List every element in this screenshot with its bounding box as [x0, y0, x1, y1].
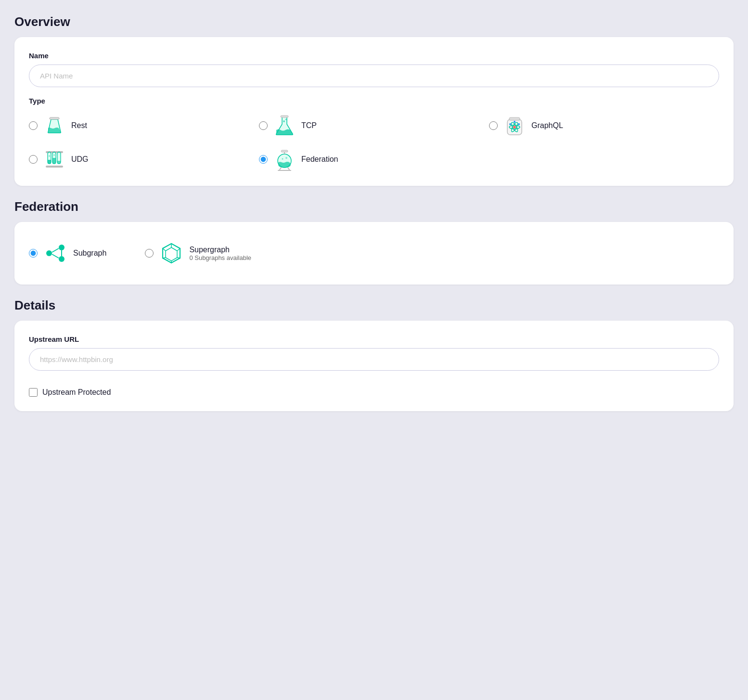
svg-line-40 — [163, 258, 166, 258]
overview-title: Overview — [14, 14, 734, 29]
rest-icon — [42, 114, 66, 138]
federation-options: Subgraph Supe — [29, 236, 719, 270]
tcp-icon — [272, 114, 297, 138]
fed-option-subgraph[interactable]: Subgraph — [29, 241, 106, 265]
udg-icon — [42, 147, 66, 171]
fed-option-supergraph[interactable]: Supergraph 0 Subgraphs available — [145, 241, 251, 265]
fed-radio-subgraph[interactable] — [29, 249, 38, 258]
supergraph-label: Supergraph — [189, 246, 251, 254]
type-radio-udg[interactable] — [29, 155, 38, 164]
subgraph-icon — [43, 241, 67, 265]
type-radio-rest[interactable] — [29, 121, 38, 130]
federation-card: Subgraph Supe — [14, 222, 734, 285]
overview-card: Name Type Rest — [14, 37, 734, 186]
supergraph-icon — [159, 241, 183, 265]
svg-point-11 — [514, 121, 516, 123]
svg-rect-6 — [509, 117, 520, 120]
api-name-input[interactable] — [29, 65, 719, 87]
svg-point-29 — [46, 250, 52, 256]
svg-point-4 — [285, 119, 287, 120]
federation-title: Federation — [14, 199, 734, 214]
type-label: Type — [29, 97, 719, 105]
svg-point-3 — [283, 120, 285, 122]
supergraph-sublabel: 0 Subgraphs available — [189, 254, 251, 261]
svg-line-33 — [52, 254, 59, 258]
svg-rect-19 — [52, 158, 56, 164]
svg-rect-17 — [48, 160, 51, 164]
svg-line-38 — [177, 258, 180, 258]
type-label-graphql: GraphQL — [531, 121, 563, 130]
details-title: Details — [14, 298, 734, 313]
upstream-protected-checkbox[interactable] — [29, 388, 38, 397]
svg-line-32 — [52, 248, 59, 252]
svg-rect-15 — [46, 166, 63, 168]
svg-point-26 — [282, 158, 284, 160]
type-label-federation: Federation — [301, 155, 338, 164]
type-option-udg[interactable]: UDG — [29, 147, 259, 171]
type-options-grid: Rest TCP — [29, 114, 719, 171]
fed-radio-supergraph[interactable] — [145, 249, 154, 258]
svg-point-13 — [509, 123, 511, 125]
type-radio-graphql[interactable] — [489, 121, 498, 130]
svg-point-22 — [49, 156, 50, 157]
type-radio-federation[interactable] — [259, 155, 268, 164]
svg-marker-35 — [166, 247, 177, 261]
supergraph-text: Supergraph 0 Subgraphs available — [189, 246, 251, 261]
type-label-tcp: TCP — [301, 121, 317, 130]
upstream-url-input[interactable] — [29, 348, 719, 371]
name-label: Name — [29, 52, 719, 60]
svg-point-27 — [285, 157, 287, 159]
type-radio-tcp[interactable] — [259, 121, 268, 130]
svg-rect-25 — [281, 150, 288, 152]
upstream-protected-label: Upstream Protected — [42, 388, 111, 397]
type-option-graphql[interactable]: GraphQL — [489, 114, 719, 138]
svg-point-28 — [59, 245, 64, 250]
type-option-rest[interactable]: Rest — [29, 114, 259, 138]
type-option-federation[interactable]: Federation — [259, 147, 489, 171]
type-label-rest: Rest — [71, 121, 87, 130]
svg-point-30 — [59, 256, 64, 262]
graphql-icon — [503, 114, 527, 138]
upstream-url-label: Upstream URL — [29, 335, 719, 343]
svg-point-7 — [513, 126, 516, 129]
subgraph-text: Subgraph — [73, 249, 106, 258]
svg-rect-2 — [281, 116, 288, 117]
svg-point-12 — [518, 123, 520, 125]
upstream-protected-row: Upstream Protected — [29, 388, 719, 397]
federation-icon — [272, 147, 297, 171]
subgraph-label: Subgraph — [73, 249, 106, 258]
svg-point-23 — [53, 155, 55, 156]
svg-rect-1 — [50, 117, 59, 119]
details-card: Upstream URL Upstream Protected — [14, 321, 734, 411]
type-option-tcp[interactable]: TCP — [259, 114, 489, 138]
type-label-udg: UDG — [71, 155, 89, 164]
svg-rect-21 — [57, 161, 61, 164]
